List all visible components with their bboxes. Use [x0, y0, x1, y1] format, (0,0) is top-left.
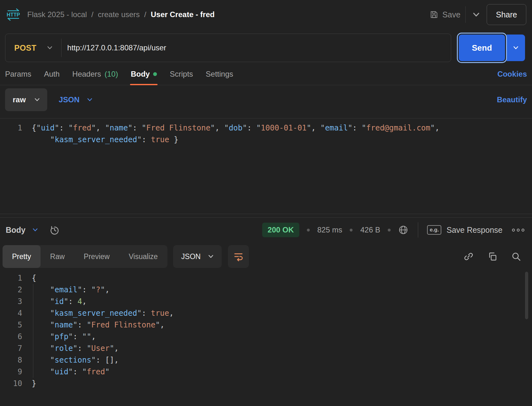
circle-dot	[522, 229, 524, 232]
tab-label: Body	[131, 70, 150, 79]
response-tab-visualize[interactable]: Visualize	[119, 245, 167, 268]
request-header: HTTP Flask 2025 - local/create users/Use…	[0, 0, 532, 29]
code-line: 5 "name": "Fred Flinstone",	[0, 319, 527, 331]
send-split-button: Send	[457, 34, 527, 62]
line-number: 1	[0, 272, 22, 284]
tab-label: Scripts	[170, 70, 193, 79]
send-options-button[interactable]	[507, 35, 525, 61]
line-number: 7	[0, 343, 22, 354]
header-actions: Save Share	[430, 4, 526, 25]
response-status-group: 200 OK 825 ms 426 B	[262, 223, 408, 237]
save-button[interactable]: Save	[430, 10, 460, 19]
line-number: 2	[0, 284, 22, 296]
code-line-content: {	[22, 272, 527, 284]
breadcrumb-item[interactable]: Flask 2025 - local	[27, 10, 87, 19]
tab-count: (10)	[105, 70, 118, 79]
response-tab-pretty[interactable]: Pretty	[3, 245, 41, 268]
tab-auth[interactable]: Auth	[44, 70, 60, 85]
url-box: POST	[5, 34, 451, 62]
tab-label: Settings	[206, 70, 233, 79]
chevron-down-icon	[47, 46, 52, 49]
breadcrumb-item[interactable]: create users	[98, 10, 140, 19]
search-icon[interactable]	[511, 251, 521, 262]
method-selector[interactable]: POST	[5, 43, 61, 53]
code-line: 9 "uid": "fred"	[0, 366, 527, 378]
chevron-down-icon	[35, 98, 40, 101]
code-line: 4 "kasm_server_needed": true,	[0, 308, 527, 319]
svg-text:HTTP: HTTP	[7, 12, 20, 17]
link-icon[interactable]	[464, 251, 474, 262]
indent-guide	[33, 284, 33, 378]
wrap-line-button[interactable]	[228, 245, 249, 268]
breadcrumb-current[interactable]: User Create - fred	[151, 10, 215, 19]
response-view-tabs: PrettyRawPreviewVisualize	[3, 245, 167, 268]
save-response-button[interactable]: e.g. Save Response	[427, 225, 503, 235]
response-tab-preview[interactable]: Preview	[74, 245, 119, 268]
response-tab-raw[interactable]: Raw	[41, 245, 74, 268]
chevron-down-icon	[473, 13, 480, 17]
code-line: 3 "id": 4,	[0, 296, 527, 308]
response-view-selector[interactable]: Body	[6, 225, 38, 235]
tab-settings[interactable]: Settings	[206, 70, 233, 85]
breadcrumb: Flask 2025 - local/create users/User Cre…	[27, 10, 215, 19]
code-line-content: "role": "User",	[22, 343, 527, 354]
code-line: 1{	[0, 272, 527, 284]
response-size: 426 B	[360, 225, 380, 234]
cookies-link[interactable]: Cookies	[497, 70, 527, 85]
tab-body[interactable]: Body	[131, 70, 157, 85]
breadcrumb-separator: /	[91, 10, 94, 19]
line-number: 3	[0, 296, 22, 308]
tab-headers[interactable]: Headers(10)	[72, 70, 118, 85]
code-line-content: "uid": "fred"	[22, 366, 527, 378]
chevron-down-icon	[513, 46, 518, 49]
save-options-button[interactable]	[471, 11, 482, 19]
scrollbar-thumb[interactable]	[525, 272, 528, 319]
tab-scripts[interactable]: Scripts	[170, 70, 193, 85]
line-number: 1	[0, 122, 22, 146]
line-number: 10	[0, 378, 22, 390]
divider	[418, 222, 418, 238]
body-type-selector[interactable]: raw	[5, 88, 47, 111]
response-format-label: JSON	[181, 252, 201, 261]
request-body-editor[interactable]: 1{"uid": "fred", "name": "Fred Flinstone…	[0, 118, 532, 214]
share-button[interactable]: Share	[487, 4, 526, 25]
chevron-down-icon	[33, 228, 38, 232]
response-view-label: Body	[6, 225, 26, 235]
modified-dot	[153, 72, 157, 76]
tab-params[interactable]: Params	[5, 70, 31, 85]
more-options-button[interactable]	[512, 229, 524, 232]
save-label: Save	[442, 10, 460, 19]
code-line: 7 "role": "User",	[0, 343, 527, 354]
code-line-content: {"uid": "fred", "name": "Fred Flinstone"…	[22, 122, 527, 146]
dot-separator	[388, 229, 391, 232]
circle-dot	[512, 229, 515, 232]
code-line: 10}	[0, 378, 527, 390]
response-tabs-row: PrettyRawPreviewVisualize JSON	[0, 245, 532, 268]
code-line-content: "kasm_server_needed": true,	[22, 308, 527, 319]
url-input[interactable]	[62, 43, 451, 52]
network-info-icon[interactable]	[398, 225, 408, 235]
chevron-down-icon	[208, 255, 213, 258]
code-line-content: "pfp": "",	[22, 331, 527, 343]
body-type-row: raw JSON Beautify	[0, 88, 532, 111]
code-line-content: }	[22, 378, 527, 390]
panel-resize-handle[interactable]	[0, 214, 532, 218]
send-button[interactable]: Send	[459, 35, 505, 61]
tab-label: Params	[5, 70, 31, 79]
breadcrumb-separator: /	[144, 10, 146, 19]
request-tabs: ParamsAuthHeaders(10)BodyScriptsSettings…	[0, 70, 532, 85]
dot-separator	[350, 229, 353, 232]
response-format-selector[interactable]: JSON	[173, 245, 222, 268]
line-number: 4	[0, 308, 22, 319]
status-badge[interactable]: 200 OK	[262, 223, 299, 237]
history-button[interactable]	[49, 225, 60, 235]
tab-label: Headers	[72, 70, 101, 79]
line-number: 9	[0, 366, 22, 378]
language-selector[interactable]: JSON	[59, 95, 92, 104]
copy-icon[interactable]	[488, 252, 497, 261]
tab-label: Auth	[44, 70, 60, 79]
response-meta-bar: Body 200 OK 825 ms 426 B e.g. Save Respo…	[0, 218, 532, 242]
beautify-link[interactable]: Beautify	[497, 95, 527, 104]
request-tabs-list: ParamsAuthHeaders(10)BodyScriptsSettings	[5, 70, 233, 85]
response-body-viewer: 1{2 "email": "?",3 "id": 4,4 "kasm_serve…	[0, 270, 532, 398]
